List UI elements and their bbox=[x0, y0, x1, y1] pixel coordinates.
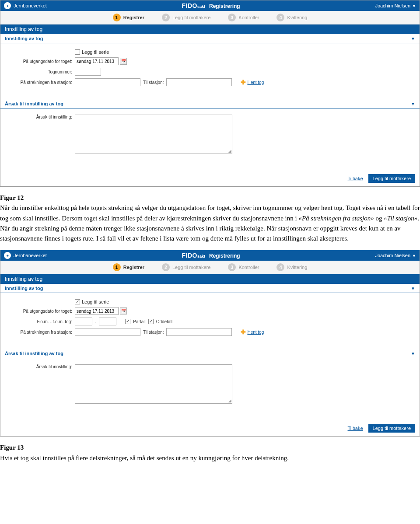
arsak-textarea[interactable]: ◢ bbox=[75, 364, 232, 404]
fra-stasjon-label: På strekningen fra stasjon: bbox=[5, 330, 75, 335]
til-stasjon-input[interactable] bbox=[166, 328, 232, 336]
figure-12-title: Figur 12 bbox=[0, 194, 24, 201]
fra-stasjon-input[interactable] bbox=[75, 328, 140, 336]
caption-2: Figur 13 Hvis et tog skal innstilles på … bbox=[0, 441, 420, 469]
hent-tog-link[interactable]: Hent tog bbox=[247, 330, 264, 335]
step-2[interactable]: 2Legg til mottakere bbox=[162, 14, 210, 21]
utgangsdato-label: På utgangsdato for toget: bbox=[5, 59, 75, 64]
fom-tom-label: F.o.m. - t.o.m. tog: bbox=[5, 319, 75, 324]
arsak-header[interactable]: Årsak til innstilling av tog ▼ bbox=[0, 349, 420, 358]
brand-name: Jernbaneverket bbox=[14, 3, 47, 8]
step-2[interactable]: 2Legg til mottakere bbox=[162, 263, 210, 271]
user-menu[interactable]: Joachim Nielsen▼ bbox=[375, 253, 416, 258]
chevron-down-icon: ▼ bbox=[412, 254, 416, 258]
resize-handle-icon: ◢ bbox=[228, 398, 231, 403]
legg-til-mottakere-button[interactable]: Legg til mottakere bbox=[368, 424, 415, 433]
step-bar: 1Registrer 2Legg til mottakere 3Kontroll… bbox=[0, 11, 420, 24]
oddetall-label: Oddetall bbox=[156, 319, 172, 324]
plus-icon: ✚ bbox=[241, 328, 246, 335]
subsection-header[interactable]: Innstilling av tog ▼ bbox=[0, 284, 420, 293]
legg-til-mottakere-button[interactable]: Legg til mottakere bbox=[368, 174, 415, 183]
chevron-down-icon: ▼ bbox=[411, 351, 415, 356]
tilbake-link[interactable]: Tilbake bbox=[348, 176, 363, 181]
arsak-header[interactable]: Årsak til innstilling av tog ▼ bbox=[0, 99, 420, 108]
figure-13-body: Hvis et tog skal innstilles på flere del… bbox=[0, 454, 289, 461]
arsak-label: Årsak til innstilling: bbox=[5, 364, 75, 369]
calendar-icon[interactable]: 📅 bbox=[120, 58, 127, 65]
chevron-down-icon: ▼ bbox=[411, 101, 415, 106]
user-menu[interactable]: Joachim Nielsen▼ bbox=[375, 3, 416, 8]
arsak-label: Årsak til innstilling: bbox=[5, 115, 75, 119]
hent-tog-link[interactable]: Hent tog bbox=[247, 80, 264, 85]
step-1[interactable]: 1Registrer bbox=[113, 14, 144, 21]
fra-stasjon-input[interactable] bbox=[75, 78, 140, 86]
footer-actions: Tilbake Legg til mottakere bbox=[0, 411, 420, 436]
step-3[interactable]: 3Kontroller bbox=[228, 263, 259, 271]
til-stasjon-label: Til stasjon: bbox=[143, 80, 164, 85]
figure-13-title: Figur 13 bbox=[0, 444, 24, 451]
step-bar: 1Registrer 2Legg til mottakere 3Kontroll… bbox=[0, 261, 420, 274]
brand-name: Jernbaneverket bbox=[14, 253, 47, 258]
tilbake-link[interactable]: Tilbake bbox=[348, 426, 363, 431]
tognummer-label: Tognummer: bbox=[5, 70, 75, 74]
section-header: Innstilling av tog bbox=[0, 274, 420, 284]
utgangsdato-input[interactable] bbox=[75, 57, 119, 65]
caption-1: Figur 12 Når du innstiller enkelttog på … bbox=[0, 191, 420, 250]
plus-icon: ✚ bbox=[241, 79, 246, 86]
tom-input[interactable] bbox=[99, 318, 116, 325]
arsak-textarea[interactable]: ◢ bbox=[75, 115, 232, 154]
screenshot-2: ⭑ Jernbaneverket FIDOsakt Registrering J… bbox=[0, 250, 420, 437]
arsak-body: Årsak til innstilling: ◢ bbox=[0, 358, 420, 411]
logo-icon: ⭑ bbox=[4, 252, 11, 259]
topbar: ⭑ Jernbaneverket FIDOsakt Registrering J… bbox=[0, 0, 420, 11]
calendar-icon[interactable]: 📅 bbox=[120, 307, 127, 314]
section-header: Innstilling av tog bbox=[0, 24, 420, 34]
resize-handle-icon: ◢ bbox=[228, 149, 231, 153]
step-3[interactable]: 3Kontroller bbox=[228, 14, 259, 21]
legg-til-serie-checkbox[interactable] bbox=[75, 299, 80, 304]
step-4[interactable]: 4Kvittering bbox=[276, 14, 307, 21]
legg-til-serie-label: Legg til serie bbox=[82, 49, 109, 55]
legg-til-serie-checkbox[interactable] bbox=[75, 49, 80, 55]
logo-icon: ⭑ bbox=[4, 2, 11, 9]
arsak-body: Årsak til innstilling: ◢ bbox=[0, 108, 420, 161]
til-stasjon-label: Til stasjon: bbox=[143, 330, 164, 335]
utgangsdato-input[interactable] bbox=[75, 307, 119, 315]
chevron-down-icon: ▼ bbox=[412, 4, 416, 8]
form-body-2: Legg til serie På utgangsdato for toget:… bbox=[0, 293, 420, 343]
utgangsdato-label: På utgangsdato for toget: bbox=[5, 309, 75, 314]
step-1[interactable]: 1Registrer bbox=[113, 263, 144, 271]
chevron-down-icon: ▼ bbox=[411, 286, 415, 291]
tognummer-input[interactable] bbox=[75, 68, 101, 76]
chevron-down-icon: ▼ bbox=[411, 36, 415, 41]
til-stasjon-input[interactable] bbox=[166, 78, 232, 86]
subsection-header[interactable]: Innstilling av tog ▼ bbox=[0, 34, 420, 43]
topbar: ⭑ Jernbaneverket FIDOsakt Registrering J… bbox=[0, 250, 420, 261]
partall-checkbox[interactable] bbox=[125, 319, 130, 324]
partall-label: Partall bbox=[133, 319, 145, 324]
app-title: FIDOsakt Registrering bbox=[47, 2, 375, 9]
app-title: FIDOsakt Registrering bbox=[47, 252, 375, 259]
fra-stasjon-label: På strekningen fra stasjon: bbox=[5, 80, 75, 85]
oddetall-checkbox[interactable] bbox=[148, 319, 154, 324]
legg-til-serie-label: Legg til serie bbox=[82, 299, 109, 304]
figure-12-body: Når du innstiller enkelttog på hele toge… bbox=[0, 204, 420, 242]
form-body-1: Legg til serie På utgangsdato for toget:… bbox=[0, 43, 420, 93]
screenshot-1: ⭑ Jernbaneverket FIDOsakt Registrering J… bbox=[0, 0, 420, 187]
step-4[interactable]: 4Kvittering bbox=[276, 263, 307, 271]
footer-actions: Tilbake Legg til mottakere bbox=[0, 161, 420, 186]
fom-input[interactable] bbox=[75, 318, 92, 325]
